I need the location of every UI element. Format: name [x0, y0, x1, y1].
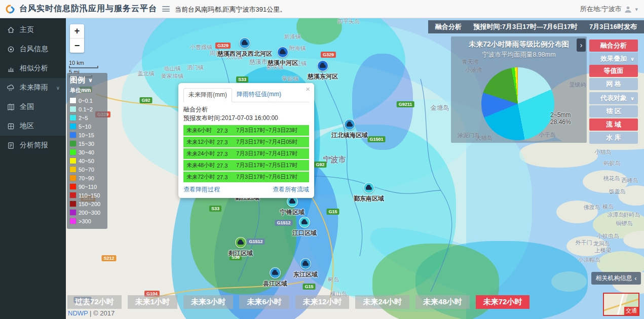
- legend-item: 0~0.1: [70, 96, 104, 105]
- represent-object-header[interactable]: 代表对象 ∨: [589, 92, 638, 104]
- water-region-icon: [239, 37, 250, 49]
- legend-item-label: >300: [79, 218, 91, 224]
- report-icon: [7, 142, 15, 149]
- traffic-minimap[interactable]: 交通: [603, 293, 639, 316]
- sidebar-item-label: 全国: [20, 102, 34, 111]
- map-label: 佛渡岛: [584, 204, 600, 211]
- water-region-glyph: [347, 123, 353, 127]
- region-marker-label: 慈溪中河区: [268, 59, 298, 67]
- zoom-in-button[interactable]: +: [70, 24, 84, 38]
- region-marker[interactable]: 鄞东南区域: [354, 182, 384, 203]
- legend-item: 2~5: [70, 113, 104, 122]
- legend-swatch: [70, 149, 76, 155]
- rain-legend: 图例 ∨ 单位mm 0~0.1 0.1~2 2~5: [67, 73, 107, 229]
- collapse-left-icon: ‹: [635, 275, 637, 282]
- time-range-button[interactable]: 未来12小时: [295, 295, 350, 309]
- location-label: 所在地:宁波市: [580, 5, 622, 14]
- app-title: 台风实时信息防汛应用与服务云平台: [19, 4, 157, 14]
- road-badge: G15: [326, 209, 339, 215]
- region-marker[interactable]: 县江区域: [263, 267, 287, 288]
- legend-swatch: [70, 124, 76, 129]
- sidebar-item-nation[interactable]: 全国: [0, 97, 66, 116]
- legend-item: 110~150: [70, 191, 104, 200]
- legend-item: 40~50: [70, 156, 104, 165]
- region-marker[interactable]: 东江区域: [293, 258, 318, 279]
- tab-future-rain[interactable]: 未来降雨(mm): [183, 88, 232, 102]
- fusion-analysis-button[interactable]: 融合分析: [589, 39, 638, 52]
- region-marker[interactable]: 宁锋区域: [280, 196, 305, 217]
- district-button[interactable]: 辖 区: [589, 105, 638, 117]
- legend-swatch: [70, 175, 76, 181]
- region-marker[interactable]: 剡江区域: [229, 237, 253, 258]
- basin-button[interactable]: 流 域: [589, 118, 638, 131]
- map-label: 小蚊虫岛: [597, 232, 619, 240]
- typhoon-status-text: 当前台风南玛都,距离宁波市391公里。: [175, 0, 286, 19]
- water-region-icon: [235, 237, 246, 248]
- view-all-basins-link[interactable]: 查看所有流域: [273, 185, 309, 194]
- copyright-text: | © 2017: [90, 309, 115, 317]
- close-icon[interactable]: ×: [306, 85, 310, 93]
- sidebar-item-region[interactable]: 地区: [0, 116, 66, 136]
- legend-header[interactable]: 图例 ∨: [70, 75, 104, 85]
- reservoir-button[interactable]: 水 库: [589, 132, 638, 144]
- road-badge: G1512: [275, 220, 292, 226]
- chevron-down-icon[interactable]: ▾: [635, 6, 638, 13]
- water-region-icon: [299, 217, 310, 228]
- time-range-button[interactable]: 未来1小时: [128, 295, 177, 309]
- contour-surface-button[interactable]: 等值面: [589, 65, 638, 77]
- time-range-button[interactable]: 未来6小时: [239, 295, 289, 309]
- legend-item-label: 70~90: [79, 175, 94, 181]
- map-label: 桃花岛: [603, 175, 620, 182]
- related-org-info-label: 相关机构信息: [596, 274, 632, 283]
- region-marker[interactable]: 江口区域: [292, 217, 317, 237]
- road-badge: G9211: [397, 101, 414, 107]
- ndwp-link[interactable]: NDWP: [68, 309, 88, 317]
- sidebar-group-future-rain: 未来降雨 ∨ 全国 地区: [0, 78, 66, 136]
- expand-panel-icon[interactable]: ›: [577, 38, 586, 52]
- pie-callout-label: 2~5mm: [550, 111, 571, 118]
- legend-item-label: 200~300: [79, 210, 100, 216]
- sidebar-item-home[interactable]: 主页: [0, 20, 66, 39]
- user-icon[interactable]: [624, 6, 632, 13]
- legend-items: 0~0.1 0.1~2 2~5 5~10 10~15: [70, 96, 104, 225]
- time-range-button[interactable]: 未来3小时: [183, 295, 233, 309]
- hamburger-icon[interactable]: [162, 6, 170, 12]
- sidebar-item-future-rain[interactable]: 未来降雨 ∨: [0, 78, 66, 97]
- region-marker[interactable]: 慈溪东河区: [308, 60, 338, 81]
- overlay-effect-header[interactable]: 效果叠加 ∨: [589, 53, 638, 65]
- forecast-value: 27.3: [217, 174, 236, 180]
- forecast-period: 未来12小时: [183, 138, 217, 146]
- legend-swatch: [70, 141, 76, 146]
- time-range-button[interactable]: 过去72小时: [67, 295, 122, 309]
- sidebar-item-report[interactable]: 分析简报: [0, 136, 66, 155]
- forecast-period: 未来72小时: [183, 173, 217, 181]
- rain-distribution-panel: 未来72小时降雨等级比例分布图 宁波市平均面雨量8.98mm › 2~5mm 2…: [451, 36, 587, 143]
- grid-button[interactable]: 网 格: [589, 78, 638, 90]
- popup-source: 融合分析: [183, 105, 309, 114]
- legend-collapse-icon[interactable]: ∨: [88, 77, 93, 84]
- forecast-issued-time: 7月3日16时发布: [589, 22, 637, 31]
- sidebar-item-similar-analysis[interactable]: 相似分析: [0, 59, 66, 78]
- region-marker-label: 江口区域: [292, 229, 317, 237]
- water-region-glyph: [238, 241, 244, 245]
- chevron-down-icon: ∨: [630, 96, 634, 101]
- region-marker[interactable]: 江北镇海区域: [331, 119, 368, 140]
- water-region-glyph: [289, 200, 295, 204]
- road-badge: S212: [101, 255, 116, 261]
- related-org-info-button[interactable]: 相关机构信息 ‹: [591, 272, 641, 285]
- tab-rain-characteristics[interactable]: 降雨特征值(mm): [232, 88, 286, 102]
- map-label: 外干门: [576, 239, 592, 247]
- legend-item-label: 40~50: [79, 158, 94, 164]
- road-badge: G15: [302, 284, 315, 290]
- view-rain-process-link[interactable]: 查看降雨过程: [183, 185, 220, 194]
- zoom-out-button[interactable]: −: [70, 38, 84, 53]
- nation-map-icon: [7, 103, 15, 111]
- time-range-button[interactable]: 未来48小时: [415, 295, 470, 309]
- time-range-button[interactable]: 未来72小时: [476, 295, 530, 309]
- sidebar-item-typhoon-info[interactable]: 台风信息: [0, 39, 66, 59]
- region-marker[interactable]: 慈溪中河区: [268, 47, 298, 67]
- region-marker[interactable]: 慈溪西河及西北河区: [217, 37, 272, 58]
- legend-item-label: 5~10: [79, 124, 91, 130]
- time-range-button[interactable]: 未来24小时: [355, 295, 409, 309]
- map-canvas[interactable]: 宁波市慈溪市金塘岛四平头岛盖北镇临山镇泗门镇黄家埠镇小曹娥镇周巷镇天元镇桥头镇观…: [66, 18, 644, 319]
